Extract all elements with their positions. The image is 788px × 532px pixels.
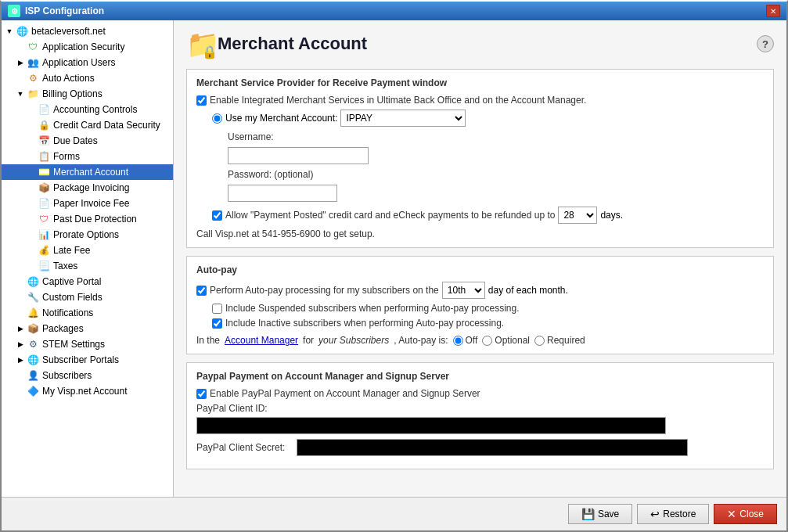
radio-off[interactable] — [453, 336, 463, 346]
include-inactive-row: Include Inactive subscribers when perfor… — [212, 318, 764, 329]
sidebar-label-pkginv: Package Invoicing — [53, 182, 129, 193]
sidebar-label-billing: Billing Options — [42, 88, 103, 99]
sidebar-label-duedates: Due Dates — [53, 135, 98, 146]
expand-icon-paperinv — [27, 199, 36, 208]
item-icon-pastdue: 🛡 — [38, 213, 50, 225]
item-icon-taxes: 📃 — [38, 260, 50, 272]
allow-refund-label-pre: Allow "Payment Posted" credit card and e… — [225, 210, 555, 221]
item-icon-captive: 🌐 — [27, 275, 39, 288]
sidebar-item-custom[interactable]: 🔧Custom Fields — [2, 289, 173, 305]
sidebar-item-duedates[interactable]: 📅Due Dates — [2, 133, 173, 149]
sidebar-item-autoact[interactable]: ⚙Auto Actions — [2, 70, 173, 86]
account-manager-italic: your Subscribers — [318, 335, 389, 346]
save-button[interactable]: 💾 Save — [568, 504, 632, 524]
sidebar-label-subscribers: Subscribers — [42, 370, 92, 381]
account-manager-label-pre: In the — [196, 335, 220, 346]
enable-integrated-checkbox[interactable] — [196, 95, 207, 106]
sidebar-label-appsec: Application Security — [42, 41, 124, 52]
include-inactive-checkbox[interactable] — [212, 318, 222, 329]
page-header: 📁 🔒 Merchant Account ? — [186, 28, 774, 59]
enable-paypal-row: Enable PayPal Payment on Account Manager… — [196, 388, 764, 399]
username-input-row: TESTTERMINAL — [228, 147, 764, 164]
sidebar-label-ccsec: Credit Card Data Security — [53, 120, 160, 131]
sidebar-item-stem[interactable]: ▶⚙STEM Settings — [2, 336, 173, 352]
page-title: Merchant Account — [218, 34, 367, 54]
perform-autopay-checkbox[interactable] — [196, 286, 207, 296]
expand-icon-accounting — [27, 105, 36, 114]
password-input[interactable] — [228, 185, 337, 202]
titlebar: ⚙ ISP Configuration ✕ — [2, 2, 786, 20]
item-icon-portals: 🌐 — [27, 354, 39, 366]
sidebar-item-captive[interactable]: 🌐Captive Portal — [2, 274, 173, 289]
account-manager-label-mid: for — [303, 335, 314, 346]
sidebar-item-merchant[interactable]: 💳Merchant Account — [2, 164, 173, 180]
account-manager-link[interactable]: Account Manager — [225, 335, 298, 346]
use-merchant-radio[interactable] — [212, 113, 222, 124]
window-body: ▼🌐betacleversoft.net🛡Application Securit… — [2, 20, 786, 497]
titlebar-close-button[interactable]: ✕ — [766, 5, 780, 17]
expand-icon-pastdue — [27, 214, 36, 224]
sidebar-item-latefee[interactable]: 💰Late Fee — [2, 243, 173, 258]
enable-integrated-row: Enable Integrated Merchant Services in U… — [196, 95, 764, 106]
sidebar-label-captive: Captive Portal — [42, 276, 101, 287]
sidebar-item-notify[interactable]: 🔔Notifications — [2, 305, 173, 321]
provider-select[interactable]: IPPAY Authorize.net PayPal Stripe — [340, 110, 466, 127]
use-merchant-label: Use my Merchant Account: — [225, 113, 337, 124]
sidebar-item-pkginv[interactable]: 📦Package Invoicing — [2, 180, 173, 196]
radio-optional-label: Optional — [495, 335, 530, 346]
sidebar-item-accounting[interactable]: 📄Accounting Controls — [2, 102, 173, 117]
sidebar-label-stem: STEM Settings — [42, 339, 105, 350]
sidebar-label-pastdue: Past Due Protection — [53, 214, 137, 225]
sidebar-item-pastdue[interactable]: 🛡Past Due Protection — [2, 211, 173, 227]
radio-required[interactable] — [534, 336, 545, 346]
include-suspended-checkbox[interactable] — [212, 304, 222, 314]
restore-label: Restore — [663, 509, 696, 519]
close-button[interactable]: ✕ Close — [714, 504, 777, 524]
sidebar-item-taxes[interactable]: 📃Taxes — [2, 258, 173, 274]
sidebar-item-paperinv[interactable]: 📄Paper Invoice Fee — [2, 196, 173, 211]
restore-button[interactable]: ↩ Restore — [637, 504, 709, 524]
autopay-day-select[interactable]: 1st2nd3rd4th 5th6th7th8th 9th10th11th 12… — [442, 282, 485, 299]
paypal-client-id-label: PayPal Client ID: — [196, 403, 290, 414]
sidebar-item-prorate[interactable]: 📊Prorate Options — [2, 227, 173, 243]
paypal-client-secret-input[interactable] — [297, 439, 688, 456]
sidebar-item-appsec[interactable]: 🛡Application Security — [2, 39, 173, 55]
sidebar-item-appusers[interactable]: ▶👥Application Users — [2, 55, 173, 70]
sidebar-item-ccsec[interactable]: 🔒Credit Card Data Security — [2, 117, 173, 133]
expand-icon-appsec — [16, 42, 25, 52]
sidebar-label-myvisp: My Visp.net Account — [42, 386, 128, 397]
restore-icon: ↩ — [650, 508, 660, 520]
radio-optional[interactable] — [482, 336, 492, 346]
sidebar-item-betaclever[interactable]: ▼🌐betacleversoft.net — [2, 23, 173, 39]
expand-icon-prorate — [27, 230, 36, 239]
item-icon-forms: 📋 — [38, 150, 50, 163]
sidebar-item-billing[interactable]: ▼📁Billing Options — [2, 86, 173, 102]
save-icon: 💾 — [581, 508, 595, 520]
paypal-client-id-input[interactable] — [196, 417, 666, 434]
sidebar-label-betaclever: betacleversoft.net — [31, 26, 106, 37]
sidebar-item-myvisp[interactable]: 🔷My Visp.net Account — [2, 383, 173, 399]
sidebar-item-forms[interactable]: 📋Forms — [2, 149, 173, 164]
titlebar-left: ⚙ ISP Configuration — [8, 5, 104, 17]
credentials-block: Username: TESTTERMINAL Password: (option… — [228, 131, 764, 202]
username-input[interactable]: TESTTERMINAL — [228, 147, 369, 164]
expand-icon-betaclever: ▼ — [5, 27, 14, 36]
sidebar-item-subscribers[interactable]: 👤Subscribers — [2, 368, 173, 383]
password-input-row — [228, 185, 764, 202]
expand-icon-stem: ▶ — [16, 340, 25, 349]
sidebar-item-portals[interactable]: ▶🌐Subscriber Portals — [2, 352, 173, 368]
radio-optional-option: Optional — [482, 335, 530, 346]
expand-icon-billing: ▼ — [16, 89, 25, 99]
allow-refund-checkbox[interactable] — [212, 210, 222, 221]
help-button[interactable]: ? — [757, 35, 774, 52]
paypal-client-secret-row: PayPal Client Secret: — [196, 439, 764, 456]
sidebar-item-packages[interactable]: ▶📦Packages — [2, 321, 173, 336]
item-icon-latefee: 💰 — [38, 244, 50, 257]
sidebar-label-accounting: Accounting Controls — [53, 104, 137, 115]
expand-icon-notify — [16, 308, 25, 318]
sidebar-label-autoact: Auto Actions — [42, 73, 95, 84]
enable-paypal-checkbox[interactable] — [196, 389, 207, 399]
include-suspended-label: Include Suspended subscribers when perfo… — [225, 303, 520, 314]
include-suspended-row: Include Suspended subscribers when perfo… — [212, 303, 764, 314]
refund-days-select[interactable]: 7 14 21 28 30 60 90 — [558, 207, 597, 224]
